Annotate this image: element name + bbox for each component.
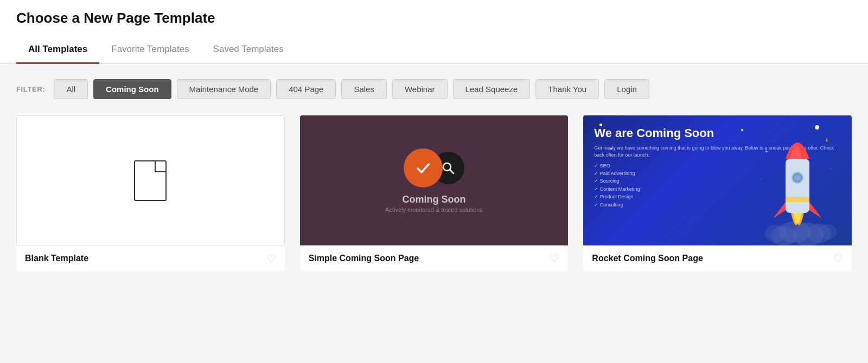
- filter-sales[interactable]: Sales: [341, 79, 387, 99]
- filter-row: FILTER: All Coming Soon Maintenance Mode…: [16, 79, 852, 99]
- filter-lead-squeeze[interactable]: Lead Squeeze: [453, 79, 531, 99]
- search-icon: [441, 161, 455, 175]
- page-title: Choose a New Page Template: [16, 10, 852, 27]
- template-card-simple-coming-soon[interactable]: Coming Soon Actively monitored & tested …: [300, 115, 569, 271]
- cs-title: Coming Soon: [403, 194, 466, 205]
- cs-icons: [404, 148, 464, 187]
- rocket-content: We are Coming Soon Get ready we have som…: [583, 115, 852, 245]
- coming-soon-inner: Coming Soon Actively monitored & tested …: [385, 148, 483, 213]
- filter-all[interactable]: All: [54, 79, 88, 99]
- template-footer-simple-coming-soon: Simple Coming Soon Page ♡: [300, 245, 569, 271]
- filter-maintenance[interactable]: Maintenance Mode: [177, 79, 271, 99]
- blank-page-icon: [134, 160, 167, 201]
- template-thumb-blank: [16, 115, 285, 245]
- page-header: Choose a New Page Template All Templates…: [0, 0, 868, 64]
- favorite-btn-rocket[interactable]: ♡: [833, 253, 843, 264]
- template-card-blank[interactable]: Blank Template ♡: [16, 115, 285, 271]
- rocket-svg: + + · ·: [743, 115, 852, 245]
- favorite-btn-blank[interactable]: ♡: [266, 253, 276, 264]
- svg-text:·: ·: [830, 166, 831, 171]
- template-footer-blank: Blank Template ♡: [16, 245, 285, 271]
- cs-subtitle: Actively monitored & tested solutions: [385, 206, 483, 213]
- tab-bar: All Templates Favorite Templates Saved T…: [16, 36, 852, 63]
- svg-rect-11: [786, 197, 809, 202]
- tab-saved-templates[interactable]: Saved Templates: [201, 36, 296, 64]
- template-footer-rocket: Rocket Coming Soon Page ♡: [583, 245, 852, 271]
- svg-text:·: ·: [760, 177, 761, 182]
- check-icon: [414, 159, 432, 177]
- template-name-blank: Blank Template: [25, 254, 88, 263]
- svg-point-7: [818, 224, 837, 239]
- template-thumb-simple-coming-soon: Coming Soon Actively monitored & tested …: [300, 115, 569, 245]
- svg-point-6: [765, 225, 787, 242]
- templates-grid: Blank Template ♡: [16, 115, 852, 271]
- content-area: FILTER: All Coming Soon Maintenance Mode…: [0, 64, 868, 288]
- template-name-rocket: Rocket Coming Soon Page: [592, 254, 703, 263]
- svg-rect-8: [786, 159, 809, 213]
- rocket-illustration: + + · ·: [743, 115, 852, 245]
- filter-thank-you[interactable]: Thank You: [535, 79, 599, 99]
- filter-coming-soon[interactable]: Coming Soon: [93, 79, 171, 99]
- template-thumb-rocket: We are Coming Soon Get ready we have som…: [583, 115, 852, 245]
- filter-login[interactable]: Login: [604, 79, 649, 99]
- svg-point-10: [794, 174, 801, 181]
- tab-favorite-templates[interactable]: Favorite Templates: [99, 36, 201, 64]
- tab-all-templates[interactable]: All Templates: [16, 36, 99, 64]
- svg-text:+: +: [825, 135, 829, 144]
- template-name-simple-coming-soon: Simple Coming Soon Page: [309, 254, 419, 263]
- cs-circle-orange: [404, 148, 443, 187]
- filter-404[interactable]: 404 Page: [276, 79, 336, 99]
- favorite-btn-simple-coming-soon[interactable]: ♡: [550, 253, 559, 264]
- svg-line-1: [450, 170, 454, 173]
- template-card-rocket[interactable]: We are Coming Soon Get ready we have som…: [583, 115, 852, 271]
- filter-webinar[interactable]: Webinar: [392, 79, 448, 99]
- svg-text:+: +: [765, 148, 768, 154]
- filter-label: FILTER:: [16, 85, 45, 93]
